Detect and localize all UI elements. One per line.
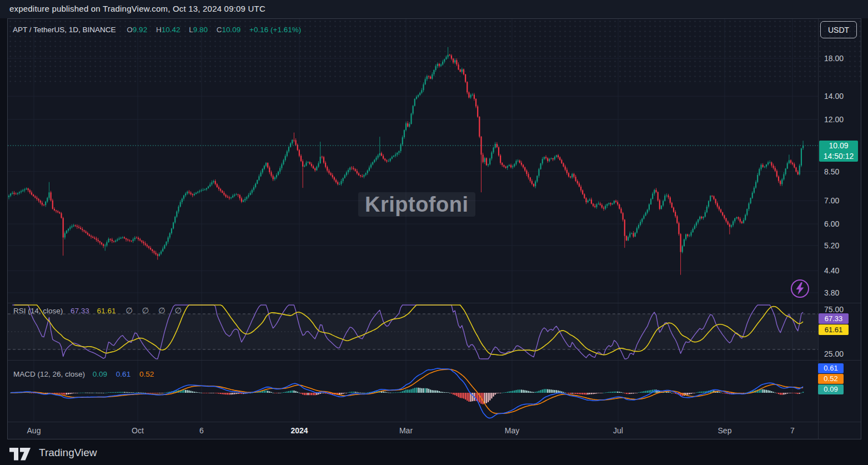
- open-value: 9.92: [133, 26, 147, 34]
- price-tick-label: 4.40: [824, 266, 859, 276]
- price-tick-label: 6.00: [824, 219, 859, 229]
- countdown-timer: 14:50:12: [819, 151, 858, 162]
- time-tick-label: 7: [776, 426, 809, 436]
- watermark: Kriptofoni: [358, 192, 475, 217]
- time-tick-label: Oct: [121, 426, 154, 436]
- time-tick-label: 2024: [283, 426, 316, 436]
- price-tick-label: 5.20: [824, 241, 859, 251]
- time-tick-label: Jul: [601, 426, 635, 436]
- time-tick-label: Sep: [708, 426, 741, 436]
- empty-set-icon: ∅: [174, 306, 182, 315]
- chart-canvas[interactable]: [0, 0, 868, 465]
- rsi-value: 67.33: [71, 307, 89, 315]
- rsi-ma-value: 61.61: [97, 307, 116, 315]
- macd-hist-badge: 0.09: [818, 384, 844, 394]
- price-tick-label: 18.00: [824, 53, 859, 63]
- symbol-title[interactable]: APT / TetherUS, 1D, BINANCE: [13, 26, 116, 34]
- low-label: L: [189, 26, 193, 34]
- rsi-legend: RSI (14, close) 67.33 61.61 ∅ ∅ ∅ ∅: [13, 306, 189, 316]
- time-tick-label: Mar: [389, 426, 423, 436]
- rsi-value-badge: 67.33: [819, 313, 849, 324]
- macd-line-badge: 0.61: [818, 363, 844, 373]
- time-tick-label: Aug: [17, 426, 51, 436]
- macd-legend: MACD (12, 26, close) 0.09 0.61 0.52: [13, 370, 154, 379]
- boost-button[interactable]: [791, 279, 809, 298]
- high-label: H: [156, 26, 162, 34]
- empty-set-icon: ∅: [126, 306, 133, 315]
- close-label: C: [217, 26, 222, 34]
- rsi-tick-label: 25.00: [824, 349, 859, 359]
- page: expediture published on TradingView.com,…: [0, 0, 868, 465]
- macd-signal-badge: 0.52: [818, 374, 844, 384]
- price-tick-label: 8.50: [824, 167, 859, 177]
- rsi-ma-value-badge: 61.61: [819, 324, 849, 335]
- macd-title[interactable]: MACD (12, 26, close): [13, 370, 85, 378]
- price-tick-label: 12.00: [824, 114, 859, 124]
- footer: TradingView: [0, 439, 868, 465]
- symbol-legend: APT / TetherUS, 1D, BINANCE O9.92 H10.42…: [13, 26, 301, 36]
- close-value: 10.09: [222, 26, 241, 34]
- current-price-value: 10.09: [819, 141, 858, 151]
- lightning-icon: [792, 281, 808, 297]
- high-value: 10.42: [162, 26, 180, 34]
- low-value: 9.80: [193, 26, 208, 34]
- macd-line-value: 0.61: [116, 370, 131, 378]
- open-label: O: [127, 26, 133, 34]
- tradingview-logo-icon[interactable]: [9, 448, 34, 461]
- rsi-title[interactable]: RSI (14, close): [13, 307, 63, 315]
- current-price-badge: 10.09 14:50:12: [819, 141, 858, 162]
- price-tick-label: 14.00: [824, 91, 859, 101]
- time-tick-label: 6: [185, 426, 218, 436]
- empty-set-icon: ∅: [158, 306, 165, 315]
- change-value: +0.16 (+1.61%): [249, 26, 301, 34]
- macd-signal-value: 0.52: [139, 370, 154, 378]
- time-tick-label: May: [495, 426, 529, 436]
- tradingview-brand-text[interactable]: TradingView: [39, 447, 97, 459]
- price-tick-label: 3.80: [824, 288, 859, 298]
- currency-toggle-button[interactable]: USDT: [820, 21, 857, 38]
- macd-hist-value: 0.09: [93, 370, 107, 378]
- empty-set-icon: ∅: [142, 306, 149, 315]
- price-tick-label: 7.00: [824, 196, 859, 206]
